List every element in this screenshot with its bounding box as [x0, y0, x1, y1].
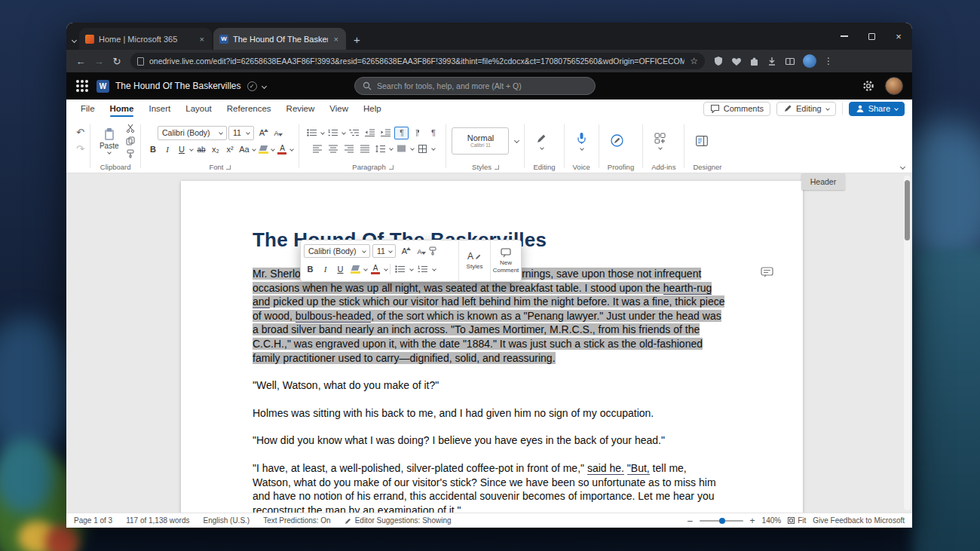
justify-button[interactable] — [357, 142, 372, 155]
paragraph[interactable]: "How did you know what I was doing? I be… — [253, 433, 727, 448]
search-box[interactable] — [354, 77, 596, 95]
styles-dialog-launcher-icon[interactable] — [495, 165, 499, 170]
menu-tab-layout[interactable]: Layout — [179, 101, 219, 116]
comment-marker-icon[interactable] — [761, 267, 773, 278]
fit-button[interactable]: Fit — [788, 516, 806, 525]
ctx-new-comment-button[interactable]: New Comment — [490, 240, 521, 281]
paragraph[interactable]: "I have, at least, a well-polished, silv… — [253, 461, 727, 513]
add-ins-button[interactable] — [648, 133, 672, 149]
ctx-bold-button[interactable]: B — [304, 263, 317, 276]
feedback-link[interactable]: Give Feedback to Microsoft — [813, 516, 905, 525]
back-icon[interactable]: ← — [72, 56, 89, 67]
redo-icon[interactable]: ↷ — [76, 143, 84, 155]
favorite-star-icon[interactable]: ☆ — [690, 56, 698, 66]
menu-tab-help[interactable]: Help — [357, 101, 388, 116]
increase-indent-button[interactable] — [378, 127, 393, 139]
close-button[interactable]: × — [885, 23, 912, 50]
italic-button[interactable]: I — [161, 143, 173, 156]
menu-tab-references[interactable]: References — [220, 101, 278, 116]
subscript-button[interactable]: x₂ — [209, 143, 222, 156]
search-input[interactable] — [377, 81, 587, 90]
zoom-slider-knob[interactable] — [719, 518, 725, 524]
comments-button[interactable]: Comments — [703, 102, 770, 116]
left-to-right-button[interactable]: ¶ — [394, 127, 409, 139]
word-count[interactable]: 117 of 1,138 words — [126, 516, 189, 525]
tab-close-icon[interactable]: × — [198, 35, 206, 44]
browser-menu-icon[interactable]: ⋮ — [824, 56, 833, 66]
document-scrollbar[interactable] — [904, 176, 911, 510]
ctx-format-painter-icon[interactable] — [428, 246, 437, 256]
document-title[interactable]: The Hound Of The Baskervilles — [115, 81, 241, 91]
strikethrough-button[interactable]: ab — [194, 143, 207, 156]
ribbon-collapse-icon[interactable] — [900, 164, 905, 170]
refresh-icon[interactable]: ↻ — [109, 56, 125, 67]
cut-icon[interactable] — [126, 124, 135, 133]
title-chevron-icon[interactable] — [261, 83, 266, 88]
styles-gallery-chevron-icon[interactable] — [514, 138, 519, 143]
ctx-highlight-button[interactable] — [349, 265, 361, 274]
font-dialog-launcher-icon[interactable] — [226, 165, 231, 170]
maximize-button[interactable] — [858, 23, 885, 50]
ctx-numbering-button[interactable] — [415, 263, 430, 276]
menu-tab-home[interactable]: Home — [103, 101, 141, 116]
ctx-underline-button[interactable]: U — [334, 263, 347, 276]
new-tab-button[interactable]: + — [354, 34, 360, 45]
editing-mode-button[interactable]: Editing — [776, 102, 836, 116]
zoom-in-icon[interactable]: + — [750, 516, 755, 526]
paragraph-dialog-launcher-icon[interactable] — [389, 165, 394, 170]
ctx-font-size-select[interactable]: 11 — [372, 244, 396, 258]
zoom-out-icon[interactable]: – — [688, 516, 693, 526]
paste-button[interactable]: Paste — [96, 127, 123, 155]
minimize-button[interactable] — [831, 23, 858, 50]
superscript-button[interactable]: x² — [223, 143, 236, 156]
ctx-grow-font-icon[interactable]: A — [398, 246, 411, 256]
header-region-button[interactable]: Header — [801, 173, 845, 190]
editor-suggestions-toggle[interactable]: Editor Suggestions: Showing — [345, 516, 452, 525]
bold-button[interactable]: B — [146, 143, 159, 156]
align-center-button[interactable] — [326, 142, 340, 155]
download-icon[interactable] — [767, 56, 777, 66]
share-button[interactable]: Share — [849, 102, 905, 116]
tab-search-icon[interactable] — [72, 38, 77, 43]
ctx-shrink-font-icon[interactable]: A — [413, 246, 426, 256]
undo-icon[interactable]: ↶ — [76, 127, 84, 138]
show-formatting-button[interactable]: ¶ — [426, 127, 440, 139]
language-indicator[interactable]: English (U.S.) — [203, 516, 250, 525]
font-name-select[interactable]: Calibri (Body) — [158, 126, 227, 140]
align-left-button[interactable] — [310, 142, 324, 155]
align-right-button[interactable] — [341, 142, 356, 155]
app-launcher-icon[interactable] — [75, 79, 89, 93]
ctx-font-color-button[interactable]: A — [369, 265, 381, 274]
menu-tab-file[interactable]: File — [74, 101, 102, 116]
copy-icon[interactable] — [126, 136, 135, 145]
word-logo-icon[interactable]: W — [96, 80, 109, 93]
line-spacing-button[interactable] — [373, 142, 387, 155]
shield-icon[interactable] — [713, 56, 724, 66]
extensions-puzzle-icon[interactable] — [749, 57, 759, 66]
menu-tab-insert[interactable]: Insert — [142, 101, 177, 116]
ctx-styles-button[interactable]: A Styles — [459, 240, 490, 281]
ctx-bullets-button[interactable] — [393, 263, 407, 276]
menu-tab-view[interactable]: View — [323, 101, 355, 116]
editor-button[interactable] — [605, 134, 629, 147]
menu-tab-review[interactable]: Review — [280, 101, 322, 116]
settings-gear-icon[interactable] — [862, 80, 874, 92]
designer-button[interactable] — [690, 136, 714, 146]
text-predictions-toggle[interactable]: Text Predictions: On — [263, 516, 330, 525]
paragraph[interactable]: Holmes was sitting with his back to me, … — [253, 406, 727, 421]
underline-button[interactable]: U — [175, 143, 188, 156]
right-to-left-button[interactable]: ¶ — [410, 127, 424, 139]
tab-close-icon[interactable]: × — [332, 35, 340, 44]
shrink-font-icon[interactable]: A — [270, 128, 283, 137]
highlight-button[interactable] — [257, 145, 269, 154]
browser-tab-home[interactable]: Home | Microsoft 365 × — [79, 28, 212, 50]
page-indicator[interactable]: Page 1 of 3 — [74, 516, 112, 525]
change-case-button[interactable]: Aa — [237, 143, 250, 156]
ctx-italic-button[interactable]: I — [319, 263, 332, 276]
browser-essentials-icon[interactable] — [731, 57, 742, 66]
ctx-font-name-select[interactable]: Calibri (Body) — [304, 244, 370, 258]
split-screen-icon[interactable] — [785, 57, 795, 66]
editing-button[interactable] — [530, 133, 553, 149]
scrollbar-thumb[interactable] — [905, 180, 910, 240]
numbering-button[interactable] — [326, 127, 340, 139]
